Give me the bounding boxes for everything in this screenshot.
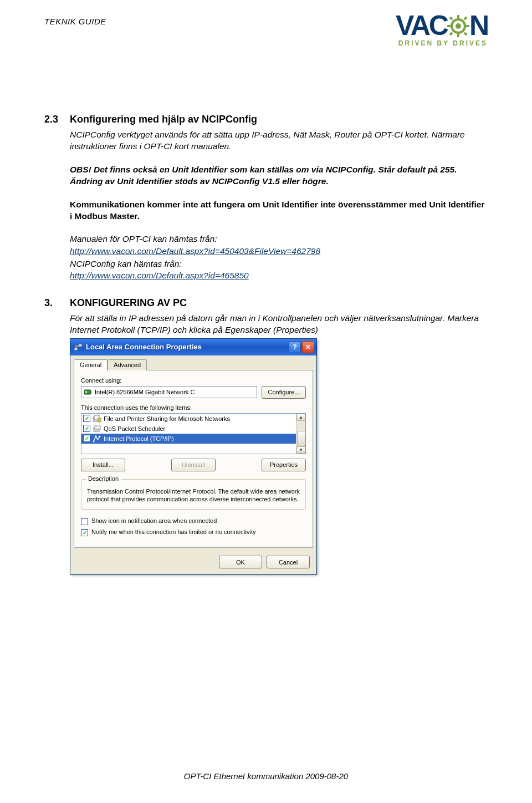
- service-icon: [93, 425, 101, 433]
- item-label: File and Printer Sharing for Microsoft N…: [104, 415, 230, 422]
- description-group: Description Transmission Control Protoco…: [81, 479, 306, 510]
- description-text: Transmission Control Protocol/Internet P…: [87, 487, 300, 504]
- connection-icon: [74, 343, 83, 352]
- svg-rect-3: [447, 25, 451, 27]
- paragraph: För att ställa in IP adressen på datorn …: [70, 312, 488, 336]
- uses-items-label: This connection uses the following items…: [81, 404, 306, 411]
- configure-button[interactable]: Configure...: [262, 386, 306, 399]
- checkbox-label: Show icon in notification area when conn…: [91, 517, 217, 524]
- item-label: Internet Protocol (TCP/IP): [104, 435, 174, 442]
- link-ncipconfig[interactable]: http://www.vacon.com/Default.aspx?id=465…: [70, 271, 249, 280]
- brand-logo: VAC: [396, 13, 488, 47]
- paragraph: NCIPConfig kan hämtas från: http://www.v…: [70, 258, 488, 282]
- scroll-thumb[interactable]: [297, 431, 305, 446]
- protocol-icon: [93, 435, 101, 443]
- gear-icon: [446, 14, 470, 38]
- document-title: TEKNIK GUIDE: [44, 13, 106, 26]
- connect-using-label: Connect using:: [81, 377, 306, 384]
- document-header: TEKNIK GUIDE VAC: [44, 13, 488, 47]
- paragraph-obs: OBS! Det finns också en Unit Identifier …: [70, 164, 488, 187]
- checkbox-icon[interactable]: ✓: [83, 425, 90, 432]
- paragraph: Manualen för OPT-CI kan hämtas från: htt…: [70, 233, 488, 257]
- page-footer: OPT-CI Ethernet kommunikation 2009-08-20: [0, 771, 532, 781]
- list-item-selected[interactable]: ✓ Internet Protocol (TCP/IP): [81, 434, 296, 444]
- svg-rect-12: [84, 390, 91, 394]
- titlebar-text: Local Area Connection Properties: [86, 343, 288, 351]
- brand-tagline: DRIVEN BY DRIVES: [396, 39, 488, 47]
- tabstrip: General Advanced: [70, 355, 316, 370]
- svg-rect-17: [98, 418, 101, 422]
- service-icon: [93, 415, 101, 423]
- help-button[interactable]: ?: [289, 341, 301, 353]
- list-item[interactable]: ✓ File and Printer Sharing for Microsoft…: [81, 414, 296, 424]
- titlebar[interactable]: Local Area Connection Properties ? ✕: [70, 339, 316, 355]
- heading-text: KONFIGURERING AV PC: [70, 297, 187, 309]
- list-item[interactable]: ✓ QoS Packet Scheduler: [81, 424, 296, 434]
- paragraph-warning: Kommunikationen kommer inte att fungera …: [70, 199, 488, 222]
- adapter-name: Intel(R) 82566MM Gigabit Network C: [95, 389, 195, 395]
- nic-icon: [84, 388, 93, 396]
- tab-panel-general: Connect using: Intel(R) 82566MM Gigabit …: [74, 370, 313, 548]
- close-button[interactable]: ✕: [302, 341, 314, 353]
- checkbox-icon[interactable]: ✓: [81, 518, 88, 525]
- dialog-button-row: OK Cancel: [70, 551, 316, 574]
- checkbox-label: Notify me when this connection has limit…: [91, 528, 256, 535]
- svg-rect-7: [449, 32, 453, 35]
- heading-text: Konfigurering med hjälp av NCIPConfig: [70, 114, 257, 125]
- brand-wordmark: VAC: [396, 13, 488, 38]
- properties-dialog: Local Area Connection Properties ? ✕ Gen…: [70, 338, 317, 575]
- paragraph: NCIPConfig verktyget används för att sät…: [70, 129, 488, 153]
- link-manual[interactable]: http://www.vacon.com/Default.aspx?id=450…: [70, 246, 320, 256]
- tab-general[interactable]: General: [74, 359, 108, 370]
- svg-rect-5: [449, 16, 453, 20]
- svg-rect-2: [457, 33, 459, 37]
- brand-suffix: N: [469, 13, 488, 38]
- properties-button[interactable]: Properties: [262, 459, 306, 471]
- checkbox-icon[interactable]: ✓: [83, 415, 90, 422]
- brand-prefix: VAC: [396, 13, 447, 38]
- svg-rect-10: [74, 348, 78, 350]
- items-listbox[interactable]: ✓ File and Printer Sharing for Microsoft…: [81, 413, 306, 454]
- link-intro: Manualen för OPT-CI kan hämtas från:: [70, 234, 217, 243]
- uninstall-button[interactable]: Uninstall: [171, 459, 216, 471]
- svg-point-21: [99, 435, 101, 437]
- svg-rect-14: [91, 391, 92, 393]
- heading-3: 3. KONFIGURERING AV PC: [44, 297, 488, 309]
- svg-point-20: [93, 440, 95, 442]
- section-2-3: 2.3 Konfigurering med hjälp av NCIPConfi…: [44, 114, 488, 282]
- svg-rect-1: [457, 15, 459, 19]
- ok-button[interactable]: OK: [219, 556, 262, 568]
- notify-checkbox-row[interactable]: ✓ Notify me when this connection has lim…: [81, 528, 306, 536]
- svg-rect-4: [466, 25, 469, 27]
- checkbox-icon[interactable]: ✓: [83, 435, 90, 442]
- checkbox-icon[interactable]: ✓: [81, 529, 88, 536]
- svg-rect-8: [463, 32, 467, 35]
- scroll-up-button[interactable]: ▲: [296, 414, 305, 421]
- heading-2-3: 2.3 Konfigurering med hjälp av NCIPConfi…: [44, 114, 488, 125]
- cancel-button[interactable]: Cancel: [267, 556, 310, 568]
- svg-rect-13: [85, 391, 87, 393]
- heading-number: 3.: [44, 297, 63, 309]
- description-legend: Description: [86, 475, 121, 482]
- link-intro: NCIPConfig kan hämtas från:: [70, 259, 182, 268]
- section-3: 3. KONFIGURERING AV PC För att ställa in…: [44, 297, 488, 575]
- show-icon-checkbox-row[interactable]: ✓ Show icon in notification area when co…: [81, 517, 306, 525]
- item-label: QoS Packet Scheduler: [104, 425, 165, 432]
- scrollbar[interactable]: ▲ ▼: [296, 414, 305, 454]
- svg-point-9: [456, 23, 461, 29]
- heading-number: 2.3: [44, 114, 63, 125]
- svg-rect-19: [95, 426, 100, 429]
- scroll-down-button[interactable]: ▼: [296, 446, 305, 454]
- install-button[interactable]: Install...: [81, 459, 125, 471]
- adapter-field[interactable]: Intel(R) 82566MM Gigabit Network C: [81, 386, 257, 398]
- svg-rect-6: [463, 16, 467, 20]
- tab-advanced[interactable]: Advanced: [108, 359, 147, 370]
